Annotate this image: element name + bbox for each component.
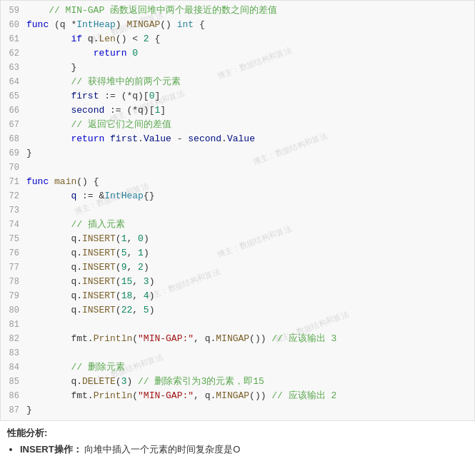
line-number: 67 (1, 118, 26, 132)
line-number: 87 (1, 403, 26, 417)
line-number: 78 (1, 275, 26, 289)
line-content: } (26, 61, 474, 75)
line-content: q.DELETE(3) // 删除索引为3的元素，即15 (26, 375, 474, 389)
line-content: } (26, 403, 474, 417)
line-number: 63 (1, 61, 26, 75)
line-number: 59 (1, 4, 26, 18)
code-line: 70 (1, 161, 474, 175)
line-content: return 0 (26, 46, 474, 61)
code-line: 69} (1, 146, 474, 161)
code-line: 74 // 插入元素 (1, 218, 474, 232)
code-line: 79 q.INSERT(18, 4) (1, 289, 474, 303)
code-line: 66 second := (*q)[1] (1, 103, 474, 118)
code-line: 63 } (1, 61, 474, 75)
line-number: 76 (1, 246, 26, 260)
code-line: 77 q.INSERT(9, 2) (1, 260, 474, 275)
line-content: if q.Len() < 2 { (26, 32, 474, 46)
line-number: 71 (1, 175, 26, 189)
code-line: 71func main() { (1, 175, 474, 189)
line-number: 64 (1, 75, 26, 89)
line-number: 60 (1, 18, 26, 32)
code-line: 73 (1, 203, 474, 218)
line-number: 77 (1, 260, 26, 275)
line-number: 82 (1, 332, 26, 346)
line-number: 74 (1, 218, 26, 232)
line-content: // 插入元素 (26, 218, 474, 232)
line-number: 85 (1, 375, 26, 389)
line-number: 69 (1, 146, 26, 161)
item-text: 向堆中插入一个元素的时间复杂度是O (82, 444, 241, 455)
line-content: q := &IntHeap{} (26, 189, 474, 203)
code-line: 60func (q *IntHeap) MINGAP() int { (1, 18, 474, 32)
code-line: 68 return first.Value - second.Value (1, 132, 474, 146)
line-content: second := (*q)[1] (26, 103, 474, 118)
line-number: 79 (1, 289, 26, 303)
code-lines-container: 59 // MIN-GAP 函数返回堆中两个最接近的数之间的差值60func (… (1, 4, 474, 417)
line-number: 83 (1, 346, 26, 360)
code-line: 80 q.INSERT(22, 5) (1, 303, 474, 318)
code-block: 博主：数据结构和算法博主：数据结构和算法博主：数据结构和算法博主：数据结构和算法… (0, 0, 475, 421)
line-content (26, 318, 474, 332)
code-line: 86 fmt.Println("MIN-GAP:", q.MINGAP()) /… (1, 389, 474, 403)
line-content: fmt.Println("MIN-GAP:", q.MINGAP()) // 应… (26, 389, 474, 403)
code-line: 72 q := &IntHeap{} (1, 189, 474, 203)
code-line: 87} (1, 403, 474, 417)
line-content: // 获得堆中的前两个元素 (26, 75, 474, 89)
code-line: 83 (1, 346, 474, 360)
line-content: return first.Value - second.Value (26, 132, 474, 146)
code-line: 85 q.DELETE(3) // 删除索引为3的元素，即15 (1, 375, 474, 389)
line-number: 73 (1, 203, 26, 218)
line-content: q.INSERT(18, 4) (26, 289, 474, 303)
line-content: fmt.Println("MIN-GAP:", q.MINGAP()) // 应… (26, 332, 474, 346)
line-content (26, 346, 474, 360)
line-number: 84 (1, 360, 26, 375)
line-number: 75 (1, 232, 26, 246)
code-line: 59 // MIN-GAP 函数返回堆中两个最接近的数之间的差值 (1, 4, 474, 18)
line-number: 72 (1, 189, 26, 203)
code-line: 78 q.INSERT(15, 3) (1, 275, 474, 289)
line-number: 62 (1, 46, 26, 61)
code-line: 82 fmt.Println("MIN-GAP:", q.MINGAP()) /… (1, 332, 474, 346)
line-content: func (q *IntHeap) MINGAP() int { (26, 18, 474, 32)
line-content: q.INSERT(1, 0) (26, 232, 474, 246)
code-line: 62 return 0 (1, 46, 474, 61)
line-number: 81 (1, 318, 26, 332)
line-content: } (26, 146, 474, 161)
line-number: 80 (1, 303, 26, 318)
line-content: func main() { (26, 175, 474, 189)
code-line: 81 (1, 318, 474, 332)
code-line: 84 // 删除元素 (1, 360, 474, 375)
line-content: q.INSERT(5, 1) (26, 246, 474, 260)
code-line: 75 q.INSERT(1, 0) (1, 232, 474, 246)
line-content: q.INSERT(9, 2) (26, 260, 474, 275)
code-line: 64 // 获得堆中的前两个元素 (1, 75, 474, 89)
line-content (26, 203, 474, 218)
list-item: INSERT操作： 向堆中插入一个元素的时间复杂度是O (20, 442, 468, 457)
code-line: 65 first := (*q)[0] (1, 89, 474, 103)
code-line: 61 if q.Len() < 2 { (1, 32, 474, 46)
line-content: // 删除元素 (26, 360, 474, 375)
line-number: 65 (1, 89, 26, 103)
line-content: q.INSERT(15, 3) (26, 275, 474, 289)
code-line: 76 q.INSERT(5, 1) (1, 246, 474, 260)
item-label: INSERT操作： (20, 444, 82, 455)
section-title: 性能分析: (7, 427, 468, 440)
line-number: 86 (1, 389, 26, 403)
code-line: 67 // 返回它们之间的差值 (1, 118, 474, 132)
line-content: // MIN-GAP 函数返回堆中两个最接近的数之间的差值 (26, 4, 474, 18)
line-number: 70 (1, 161, 26, 175)
line-number: 68 (1, 132, 26, 146)
prose-list: INSERT操作： 向堆中插入一个元素的时间复杂度是O (20, 442, 468, 457)
prose-section: 性能分析: INSERT操作： 向堆中插入一个元素的时间复杂度是O (0, 421, 475, 460)
line-content: first := (*q)[0] (26, 89, 474, 103)
line-content (26, 161, 474, 175)
line-number: 66 (1, 103, 26, 118)
line-content: q.INSERT(22, 5) (26, 303, 474, 318)
line-content: // 返回它们之间的差值 (26, 118, 474, 132)
line-number: 61 (1, 32, 26, 46)
